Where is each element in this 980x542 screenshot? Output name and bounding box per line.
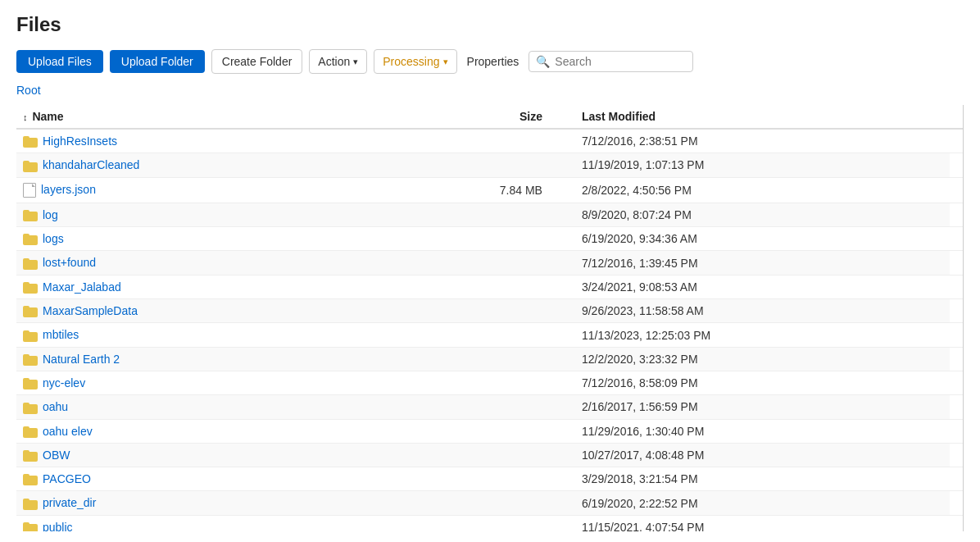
file-size-cell — [359, 515, 575, 531]
file-link[interactable]: nyc-elev — [43, 376, 85, 389]
last-modified-column-header[interactable]: Last Modified — [575, 105, 950, 129]
file-name-cell: Maxar_Jalabad — [16, 275, 359, 298]
file-size-cell — [359, 203, 575, 226]
table-row[interactable]: oahu2/16/2017, 1:56:59 PM — [16, 395, 963, 419]
file-table: ↕ Name Size Last Modified HighResInsets7… — [16, 105, 963, 531]
action-chevron-icon: ▾ — [353, 57, 358, 67]
search-icon: 🔍 — [536, 55, 550, 68]
folder-icon — [23, 136, 38, 148]
upload-files-button[interactable]: Upload Files — [16, 50, 103, 73]
breadcrumb-root[interactable]: Root — [16, 84, 41, 97]
file-link[interactable]: OBW — [43, 449, 70, 462]
folder-icon — [23, 210, 38, 221]
file-link[interactable]: lost+found — [43, 256, 96, 269]
file-size-cell — [359, 371, 575, 394]
file-name-cell: MaxarSampleData — [16, 299, 359, 323]
table-row[interactable]: PACGEO3/29/2018, 3:21:54 PM — [16, 467, 963, 491]
table-row[interactable]: oahu elev11/29/2016, 1:30:40 PM — [16, 419, 963, 443]
toolbar: Upload Files Upload Folder Create Folder… — [16, 49, 964, 74]
file-link[interactable]: private_dir — [43, 496, 96, 509]
table-row[interactable]: OBW10/27/2017, 4:08:48 PM — [16, 443, 963, 467]
table-row[interactable]: public11/15/2021, 4:07:54 PM — [16, 515, 963, 531]
table-row[interactable]: Natural Earth 212/2/2020, 3:23:32 PM — [16, 347, 963, 371]
create-folder-button[interactable]: Create Folder — [211, 49, 303, 74]
search-input[interactable] — [555, 55, 686, 68]
file-link[interactable]: layers.json — [41, 183, 96, 196]
file-link[interactable]: HighResInsets — [43, 134, 117, 148]
name-column-header[interactable]: ↕ Name — [16, 105, 359, 129]
file-name-cell: layers.json — [16, 177, 359, 203]
file-date-cell: 7/12/2016, 2:38:51 PM — [575, 129, 950, 153]
file-size-cell — [359, 467, 575, 491]
file-size-cell — [359, 395, 575, 419]
page-title: Files — [16, 13, 964, 36]
file-name-cell: nyc-elev — [16, 371, 359, 394]
action-dropdown-button[interactable]: Action ▾ — [309, 49, 367, 74]
file-date-cell: 7/12/2016, 1:39:45 PM — [575, 251, 950, 275]
table-row[interactable]: khandaharCleaned11/19/2019, 1:07:13 PM — [16, 153, 963, 177]
file-date-cell: 10/27/2017, 4:08:48 PM — [575, 443, 950, 467]
file-date-cell: 6/19/2020, 2:22:52 PM — [575, 491, 950, 515]
file-size-cell — [359, 419, 575, 443]
file-link[interactable]: logs — [43, 232, 64, 245]
file-name-cell: OBW — [16, 443, 359, 467]
scrollbar-spacer-header — [950, 105, 963, 129]
file-date-cell: 11/15/2021, 4:07:54 PM — [575, 515, 950, 531]
size-column-header[interactable]: Size — [359, 105, 575, 129]
folder-icon — [23, 474, 38, 485]
file-link[interactable]: Maxar_Jalabad — [43, 280, 121, 294]
file-link[interactable]: oahu — [43, 400, 68, 413]
file-name-cell: HighResInsets — [16, 129, 359, 153]
folder-icon — [23, 354, 38, 366]
file-link[interactable]: mbtiles — [43, 328, 79, 341]
file-size-cell — [359, 443, 575, 467]
file-link[interactable]: Natural Earth 2 — [43, 353, 120, 366]
file-link[interactable]: oahu elev — [43, 425, 93, 438]
file-size-cell — [359, 323, 575, 347]
file-date-cell: 2/16/2017, 1:56:59 PM — [575, 395, 950, 419]
file-size-cell — [359, 227, 575, 251]
folder-icon — [23, 378, 38, 389]
file-name-cell: logs — [16, 227, 359, 251]
file-name-cell: mbtiles — [16, 323, 359, 347]
table-row[interactable]: layers.json7.84 MB2/8/2022, 4:50:56 PM — [16, 177, 963, 203]
processing-dropdown-button[interactable]: Processing ▾ — [374, 49, 456, 74]
file-date-cell: 12/2/2020, 3:23:32 PM — [575, 347, 950, 371]
file-date-cell: 11/19/2019, 1:07:13 PM — [575, 153, 950, 177]
file-link[interactable]: MaxarSampleData — [43, 304, 138, 317]
upload-folder-button[interactable]: Upload Folder — [110, 50, 205, 73]
file-icon — [23, 183, 36, 198]
folder-icon — [23, 258, 38, 270]
file-name-cell: lost+found — [16, 251, 359, 275]
folder-icon — [23, 522, 38, 531]
table-row[interactable]: lost+found7/12/2016, 1:39:45 PM — [16, 251, 963, 275]
table-header: ↕ Name Size Last Modified — [16, 105, 963, 129]
table-row[interactable]: MaxarSampleData9/26/2023, 11:58:58 AM — [16, 299, 963, 323]
file-table-wrapper: ↕ Name Size Last Modified HighResInsets7… — [16, 105, 964, 531]
page-container: Files Upload Files Upload Folder Create … — [0, 0, 980, 542]
file-link[interactable]: public — [43, 521, 73, 531]
file-date-cell: 11/29/2016, 1:30:40 PM — [575, 419, 950, 443]
action-label: Action — [318, 55, 350, 68]
file-link[interactable]: khandaharCleaned — [43, 158, 139, 171]
table-row[interactable]: private_dir6/19/2020, 2:22:52 PM — [16, 491, 963, 515]
file-date-cell: 3/24/2021, 9:08:53 AM — [575, 275, 950, 298]
table-row[interactable]: Maxar_Jalabad3/24/2021, 9:08:53 AM — [16, 275, 963, 298]
folder-icon — [23, 426, 38, 438]
file-size-cell — [359, 299, 575, 323]
file-name-cell: private_dir — [16, 491, 359, 515]
table-row[interactable]: log8/9/2020, 8:07:24 PM — [16, 203, 963, 226]
folder-icon — [23, 282, 38, 294]
file-date-cell: 3/29/2018, 3:21:54 PM — [575, 467, 950, 491]
folder-icon — [23, 330, 38, 342]
folder-icon — [23, 499, 38, 510]
table-row[interactable]: mbtiles11/13/2023, 12:25:03 PM — [16, 323, 963, 347]
file-name-cell: public — [16, 515, 359, 531]
table-row[interactable]: logs6/19/2020, 9:34:36 AM — [16, 227, 963, 251]
properties-button[interactable]: Properties — [464, 50, 523, 73]
file-link[interactable]: log — [43, 208, 58, 221]
folder-icon — [23, 306, 38, 317]
table-row[interactable]: HighResInsets7/12/2016, 2:38:51 PM — [16, 129, 963, 153]
file-link[interactable]: PACGEO — [43, 472, 91, 485]
table-row[interactable]: nyc-elev7/12/2016, 8:58:09 PM — [16, 371, 963, 394]
